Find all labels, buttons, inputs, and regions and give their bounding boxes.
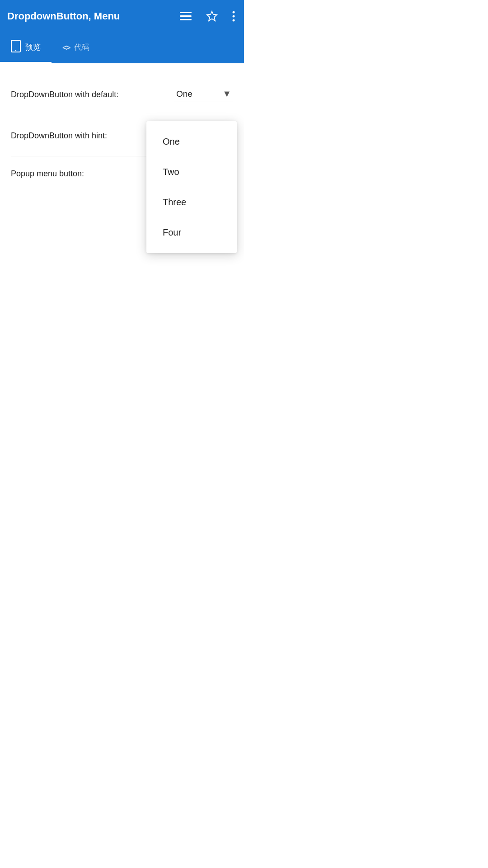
svg-rect-2 — [180, 19, 192, 20]
menu-item-one[interactable]: One — [146, 127, 237, 157]
more-options-button[interactable] — [230, 9, 237, 24]
code-icon: <> — [62, 43, 70, 52]
tab-code[interactable]: <> 代码 — [52, 35, 100, 61]
app-bar: DropdownButton, Menu — [0, 0, 244, 33]
row-default-label: DropDownButton with default: — [11, 90, 118, 99]
tab-code-label: 代码 — [74, 42, 89, 52]
svg-point-6 — [233, 19, 235, 22]
vertical-dots-icon — [232, 11, 235, 22]
menu-item-four[interactable]: Four — [146, 217, 237, 248]
menu-item-two[interactable]: Two — [146, 157, 237, 187]
tab-preview-label: 预览 — [25, 42, 41, 52]
dropdown-default-button[interactable]: One ▼ — [174, 87, 233, 102]
star-icon — [206, 10, 218, 22]
content-area: DropDownButton with default: One ▼ DropD… — [0, 63, 244, 202]
svg-point-5 — [233, 15, 235, 18]
row-hint-label: DropDownButton with hint: — [11, 131, 107, 141]
tab-preview[interactable]: 预览 — [0, 33, 52, 63]
app-bar-title: DropdownButton, Menu — [7, 10, 178, 22]
hamburger-icon — [180, 12, 192, 21]
tablet-icon — [11, 40, 21, 55]
popup-menu: One Two Three Four — [146, 121, 237, 253]
svg-marker-3 — [207, 11, 217, 21]
dropdown-default-arrow: ▼ — [222, 89, 231, 99]
app-bar-actions — [178, 9, 237, 24]
svg-rect-0 — [180, 12, 192, 13]
svg-rect-1 — [180, 15, 192, 17]
row-popup-label: Popup menu button: — [11, 169, 84, 179]
dropdown-default-value: One — [176, 89, 192, 99]
svg-point-8 — [15, 50, 16, 51]
menu-item-three[interactable]: Three — [146, 187, 237, 217]
row-dropdown-default: DropDownButton with default: One ▼ — [11, 74, 233, 115]
star-icon-button[interactable] — [204, 9, 220, 24]
tab-bar: 预览 <> 代码 — [0, 33, 244, 63]
menu-icon-button[interactable] — [178, 10, 193, 23]
svg-point-4 — [233, 11, 235, 14]
